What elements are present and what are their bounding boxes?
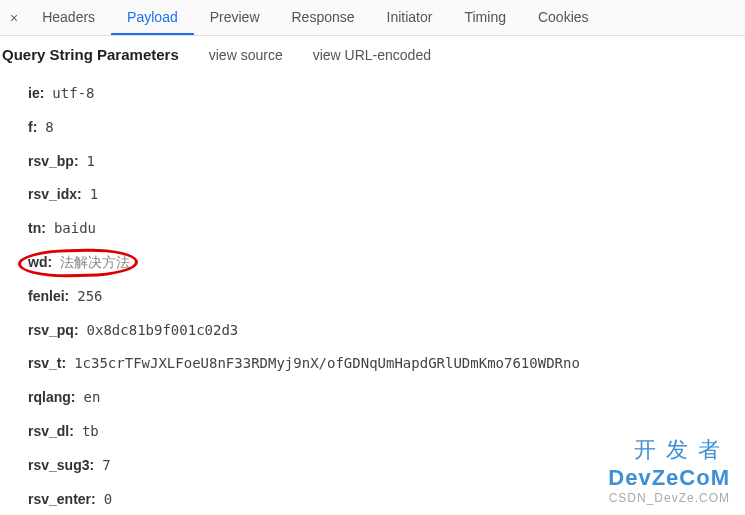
param-row: rqlang: en (28, 381, 735, 415)
param-row-highlighted: wd: 法解决方法 (28, 246, 735, 280)
param-value: 256 (77, 285, 102, 309)
param-key: wd: (28, 251, 52, 275)
param-value: 0x8dc81b9f001c02d3 (87, 319, 239, 343)
param-row: rsv_t: 1c35crTFwJXLFoeU8nF33RDMyj9nX/ofG… (28, 347, 735, 381)
param-row: rsv_dl: tb (28, 415, 735, 449)
view-url-encoded-action[interactable]: view URL-encoded (313, 47, 431, 63)
tab-payload[interactable]: Payload (111, 1, 194, 35)
param-row: tn: baidu (28, 212, 735, 246)
param-row: rsv_pq: 0x8dc81b9f001c02d3 (28, 314, 735, 348)
param-value: 8 (45, 116, 53, 140)
tab-cookies[interactable]: Cookies (522, 1, 605, 35)
tab-headers[interactable]: Headers (26, 1, 111, 35)
param-value: 法解决方法 (60, 251, 130, 275)
tab-response[interactable]: Response (276, 1, 371, 35)
param-value: 1 (90, 183, 98, 207)
param-key: rsv_dl: (28, 420, 74, 444)
param-key: rsv_sug3: (28, 454, 94, 478)
param-key: ie: (28, 82, 44, 106)
param-value: utf-8 (52, 82, 94, 106)
param-row: ie: utf-8 (28, 77, 735, 111)
devtools-tabs: × Headers Payload Preview Response Initi… (0, 0, 745, 36)
param-row: rsv_sug3: 7 (28, 449, 735, 483)
param-value: 1 (87, 150, 95, 174)
close-icon[interactable]: × (2, 10, 26, 26)
param-row: rsv_enter: 0 (28, 483, 735, 515)
param-row: f: 8 (28, 111, 735, 145)
param-value: 0 (104, 488, 112, 512)
view-source-action[interactable]: view source (209, 47, 283, 63)
section-title: Query String Parameters (2, 46, 179, 63)
param-row: rsv_bp: 1 (28, 145, 735, 179)
param-row: rsv_idx: 1 (28, 178, 735, 212)
param-value: 1c35crTFwJXLFoeU8nF33RDMyj9nX/ofGDNqUmHa… (74, 352, 580, 376)
param-key: rsv_idx: (28, 183, 82, 207)
section-header: Query String Parameters view source view… (0, 36, 745, 73)
param-row: fenlei: 256 (28, 280, 735, 314)
param-value: en (83, 386, 100, 410)
param-key: rsv_bp: (28, 150, 79, 174)
param-value: baidu (54, 217, 96, 241)
param-key: rsv_pq: (28, 319, 79, 343)
param-key: tn: (28, 217, 46, 241)
tab-timing[interactable]: Timing (448, 1, 522, 35)
param-key: f: (28, 116, 37, 140)
param-key: rsv_enter: (28, 488, 96, 512)
param-key: fenlei: (28, 285, 69, 309)
param-key: rqlang: (28, 386, 75, 410)
param-key: rsv_t: (28, 352, 66, 376)
tab-preview[interactable]: Preview (194, 1, 276, 35)
query-params-list: ie: utf-8 f: 8 rsv_bp: 1 rsv_idx: 1 tn: … (0, 73, 745, 515)
tab-initiator[interactable]: Initiator (371, 1, 449, 35)
param-value: 7 (102, 454, 110, 478)
param-value: tb (82, 420, 99, 444)
